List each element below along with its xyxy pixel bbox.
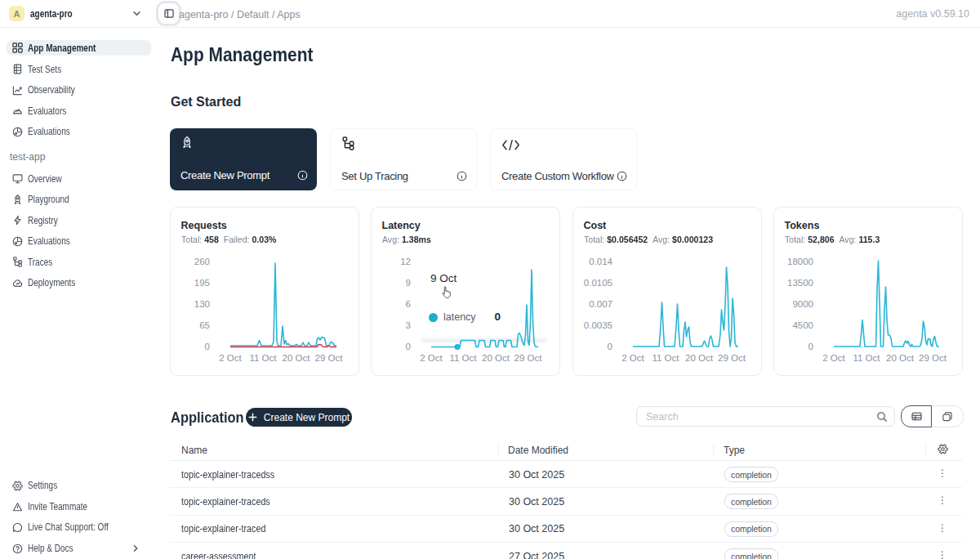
svg-text:11 Oct: 11 Oct <box>652 353 679 363</box>
svg-text:29 Oct: 29 Oct <box>919 353 947 363</box>
svg-text:2 Oct: 2 Oct <box>219 353 242 363</box>
svg-text:0.007: 0.007 <box>589 299 612 309</box>
svg-text:11 Oct: 11 Oct <box>449 353 477 363</box>
svg-text:2 Oct: 2 Oct <box>822 353 845 363</box>
svg-text:195: 195 <box>194 278 210 288</box>
svg-text:29 Oct: 29 Oct <box>315 353 344 363</box>
svg-text:20 Oct: 20 Oct <box>886 353 915 363</box>
svg-text:0: 0 <box>808 342 813 351</box>
svg-text:2 Oct: 2 Oct <box>621 353 644 363</box>
svg-text:4500: 4500 <box>792 320 813 330</box>
svg-text:0.0035: 0.0035 <box>584 320 612 330</box>
svg-text:12: 12 <box>400 257 411 266</box>
svg-text:9: 9 <box>406 278 411 288</box>
svg-text:2 Oct: 2 Oct <box>420 353 443 363</box>
svg-text:29 Oct: 29 Oct <box>718 353 746 363</box>
svg-text:0: 0 <box>205 342 210 351</box>
svg-text:0.0105: 0.0105 <box>584 278 612 288</box>
svg-text:18000: 18000 <box>787 257 813 266</box>
svg-text:0.014: 0.014 <box>589 257 612 266</box>
svg-text:20 Oct: 20 Oct <box>482 353 510 363</box>
svg-text:9000: 9000 <box>792 299 813 309</box>
svg-text:11 Oct: 11 Oct <box>249 353 277 363</box>
svg-text:13500: 13500 <box>787 278 813 288</box>
svg-text:65: 65 <box>199 320 210 330</box>
svg-text:130: 130 <box>194 299 210 309</box>
svg-text:11 Oct: 11 Oct <box>853 353 880 363</box>
svg-text:0: 0 <box>608 342 612 351</box>
svg-text:0: 0 <box>406 342 411 351</box>
svg-text:6: 6 <box>406 299 411 309</box>
svg-text:260: 260 <box>194 257 210 266</box>
svg-text:3: 3 <box>406 320 411 330</box>
svg-text:29 Oct: 29 Oct <box>514 353 543 363</box>
svg-text:20 Oct: 20 Oct <box>685 353 714 363</box>
svg-text:20 Oct: 20 Oct <box>283 353 311 363</box>
